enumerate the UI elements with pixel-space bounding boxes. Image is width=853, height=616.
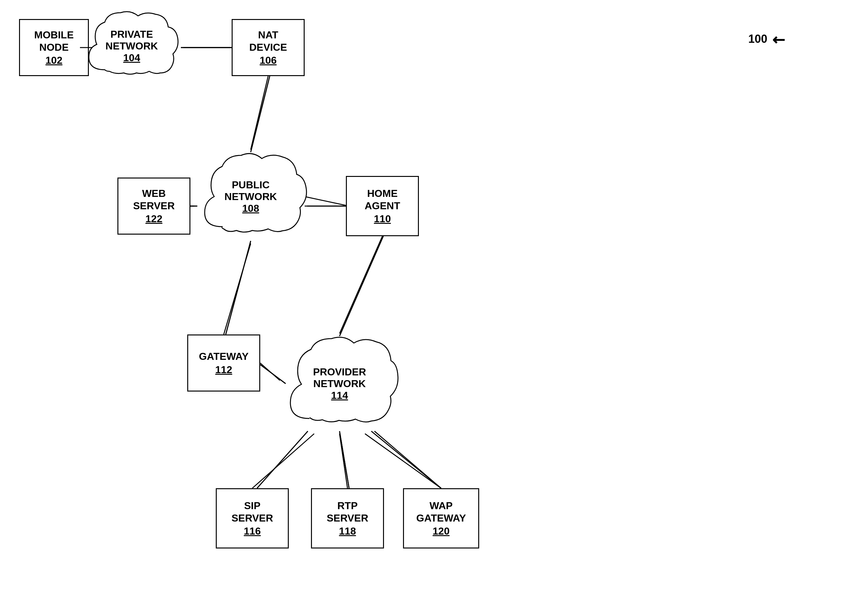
rtp-server-number: 118	[339, 525, 356, 537]
web-server-box: WEBSERVER 122	[117, 177, 190, 235]
mobile-node-box: MOBILENODE 102	[19, 19, 89, 76]
provider-network-number: 114	[313, 390, 366, 401]
gateway-box: GATEWAY 112	[187, 334, 260, 392]
sip-server-label: SIPSERVER	[231, 499, 273, 524]
public-network-cloud: PUBLIC NETWORK 108	[194, 149, 308, 244]
wap-gateway-label: WAPGATEWAY	[416, 499, 466, 524]
web-server-number: 122	[145, 213, 162, 225]
rtp-server-label: RTPSERVER	[326, 499, 368, 524]
gateway-label: GATEWAY	[199, 350, 249, 362]
mobile-node-label: MOBILENODE	[34, 29, 74, 53]
ref-label: 100	[748, 32, 767, 45]
gateway-number: 112	[215, 364, 232, 376]
reference-number: 100 ↙	[748, 29, 783, 46]
provider-network-text: PROVIDER NETWORK 114	[313, 366, 366, 401]
private-network-text: PRIVATE NETWORK 104	[105, 29, 158, 64]
provider-network-cloud: PROVIDER NETWORK 114	[279, 333, 400, 434]
mobile-node-number: 102	[46, 54, 62, 66]
private-network-cloud: PRIVATE NETWORK 104	[79, 6, 184, 86]
web-server-label: WEBSERVER	[133, 188, 175, 212]
wap-gateway-box: WAPGATEWAY 120	[403, 488, 479, 548]
home-agent-number: 110	[374, 213, 391, 225]
public-network-number: 108	[225, 203, 277, 214]
rtp-server-box: RTPSERVER 118	[311, 488, 384, 548]
nat-device-label: NATDEVICE	[249, 29, 287, 53]
sip-server-box: SIPSERVER 116	[216, 488, 289, 548]
sip-server-number: 116	[244, 525, 261, 537]
home-agent-label: HOMEAGENT	[364, 188, 400, 212]
nat-device-box: NATDEVICE 106	[232, 19, 305, 76]
wap-gateway-number: 120	[433, 525, 449, 537]
public-network-text: PUBLIC NETWORK 108	[225, 179, 277, 214]
home-agent-box: HOMEAGENT 110	[346, 176, 419, 236]
private-network-number: 104	[105, 52, 158, 64]
nat-device-number: 106	[260, 54, 276, 66]
